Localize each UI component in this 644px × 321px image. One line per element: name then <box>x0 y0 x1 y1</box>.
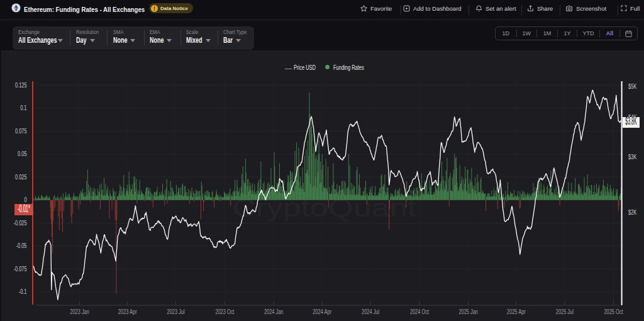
svg-text:0.025: 0.025 <box>15 174 27 181</box>
svg-text:0.075: 0.075 <box>15 128 27 135</box>
svg-text:0.1: 0.1 <box>20 104 27 111</box>
svg-text:2024 Jan: 2024 Jan <box>264 308 283 315</box>
svg-text:-0.01*: -0.01* <box>18 203 30 214</box>
svg-text:2025 Oct: 2025 Oct <box>604 308 623 315</box>
svg-text:-0.075: -0.075 <box>14 266 27 273</box>
svg-text:-0.1: -0.1 <box>19 288 27 295</box>
svg-text:2025 Jan: 2025 Jan <box>459 308 478 315</box>
svg-text:$3K: $3K <box>628 154 636 160</box>
svg-text:$5K: $5K <box>628 83 636 90</box>
svg-text:2024 Jul: 2024 Jul <box>362 308 379 315</box>
svg-text:2025 Apr: 2025 Apr <box>507 308 526 315</box>
svg-text:2023 Oct: 2023 Oct <box>215 308 234 315</box>
svg-text:$2K: $2K <box>628 209 636 216</box>
svg-text:2024 Apr: 2024 Apr <box>313 308 331 315</box>
svg-text:$3.8K: $3.8K <box>625 116 636 127</box>
svg-text:0.125: 0.125 <box>15 82 27 89</box>
svg-text:-0.05: -0.05 <box>16 242 27 249</box>
svg-text:2024 Oct: 2024 Oct <box>410 308 429 315</box>
svg-text:0.05: 0.05 <box>18 150 27 157</box>
svg-text:2023 Jan: 2023 Jan <box>70 308 89 315</box>
svg-text:-0.025: -0.025 <box>14 220 27 227</box>
svg-text:2025 Jul: 2025 Jul <box>556 308 574 315</box>
svg-text:2023 Jul: 2023 Jul <box>167 308 185 315</box>
svg-text:2023 Apr: 2023 Apr <box>118 308 137 315</box>
